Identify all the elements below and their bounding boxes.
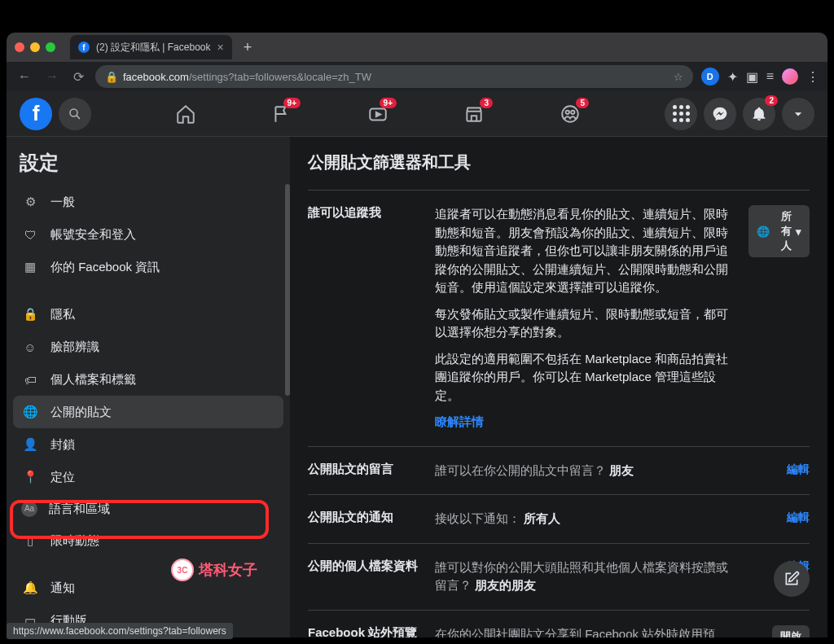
badge: 9+: [380, 98, 397, 108]
section-value: 所有人: [524, 511, 560, 525]
messenger-button[interactable]: [704, 98, 736, 130]
section-desc: 誰可以在你公開的貼文中留言？: [435, 463, 606, 477]
sidebar-item-location[interactable]: 📍定位: [13, 461, 283, 493]
section-text: 追蹤者可以在動態消息看見你的貼文、連續短片、限時動態和短音。朋友會預設為你的貼文…: [435, 205, 732, 297]
section-value: 朋友的朋友: [475, 578, 536, 592]
nav-marketplace[interactable]: 3: [429, 94, 519, 134]
watermark-icon: 3C: [171, 559, 194, 581]
audience-selector[interactable]: 🌐 所有人 ▾: [748, 205, 810, 257]
back-button[interactable]: ←: [15, 67, 34, 86]
account-button[interactable]: [782, 98, 814, 130]
extensions-icon[interactable]: ✦: [727, 69, 738, 85]
home-icon: [175, 103, 196, 125]
section-label: 公開貼文的留言: [308, 462, 419, 480]
sidebar-item-label: 隱私: [50, 307, 75, 322]
section-value: 朋友: [609, 463, 634, 477]
sidebar-item-privacy[interactable]: 🔒隱私: [13, 298, 283, 331]
cast-icon[interactable]: ▣: [746, 69, 758, 85]
page-title: 公開貼文篩選器和工具: [308, 151, 810, 173]
badge: 9+: [283, 98, 301, 108]
profile-avatar-small[interactable]: [782, 68, 798, 85]
edit-link[interactable]: 編輯: [787, 510, 810, 524]
watermark: 3C 塔科女子: [171, 559, 257, 581]
forward-button[interactable]: →: [42, 67, 62, 86]
nav-groups[interactable]: 5: [525, 94, 615, 134]
search-icon: [68, 107, 82, 121]
close-tab-icon[interactable]: ×: [217, 41, 223, 54]
lock-icon: 🔒: [21, 305, 39, 323]
sidebar-item-stories[interactable]: ▯限時動態: [13, 524, 283, 557]
compose-button[interactable]: [774, 561, 810, 597]
section-label: Facebook 站外預覽: [308, 625, 419, 638]
browser-status-bar: https://www.facebook.com/settings?tab=fo…: [7, 623, 233, 639]
nav-home[interactable]: [141, 94, 230, 134]
sidebar-item-label: 限時動態: [50, 533, 99, 549]
edit-link[interactable]: 編輯: [787, 462, 810, 475]
sidebar-item-label: 公開的貼文: [50, 405, 112, 420]
grid-icon: [673, 105, 690, 122]
shield-icon: 🛡: [21, 226, 39, 243]
edit-icon: [784, 571, 800, 587]
menu-button[interactable]: [665, 98, 697, 130]
badge: 5: [576, 98, 589, 108]
section-text: 每次發佈貼文或製作連續短片、限時動態或短音，都可以選擇你想分享的對象。: [435, 305, 732, 342]
bell-icon: 🔔: [21, 579, 39, 597]
watermark-text: 塔科女子: [199, 560, 257, 580]
bell-icon: [751, 106, 767, 122]
sidebar-item-security[interactable]: 🛡帳號安全和登入: [13, 218, 283, 251]
sidebar-item-label: 定位: [50, 470, 75, 485]
sidebar-item-language[interactable]: Aa語言和區域: [13, 493, 283, 524]
face-icon: ☺: [21, 338, 39, 356]
audience-label: 所有人: [774, 209, 792, 253]
settings-main: 公開貼文篩選器和工具 誰可以追蹤我 追蹤者可以在動態消息看見你的貼文、連續短片、…: [290, 137, 827, 637]
section-desc: 接收以下通知：: [435, 511, 520, 525]
new-tab-button[interactable]: +: [239, 39, 257, 56]
sidebar-item-label: 語言和區域: [49, 502, 110, 517]
address-bar[interactable]: 🔒 facebook.com/settings?tab=followers&lo…: [95, 65, 693, 88]
badge: 2: [765, 95, 778, 106]
window-min-icon[interactable]: [30, 42, 40, 52]
section-label: 公開貼文的通知: [308, 510, 419, 528]
search-button[interactable]: [59, 98, 91, 130]
toggle-label: 開啟: [780, 629, 801, 638]
star-icon[interactable]: ☆: [674, 71, 683, 83]
gear-icon: ⚙: [21, 193, 39, 211]
learn-more-link[interactable]: 瞭解詳情: [435, 414, 484, 428]
sidebar-item-label: 通知: [50, 580, 75, 596]
svg-point-0: [70, 109, 77, 116]
section-label: 誰可以追蹤我: [308, 205, 419, 432]
sidebar-item-blocking[interactable]: 👤封鎖: [13, 428, 283, 461]
toggle-button[interactable]: 開啟: [772, 625, 810, 638]
url-path: /settings?tab=followers&locale=zh_TW: [189, 71, 371, 83]
bookmark-list-icon[interactable]: ≡: [766, 69, 774, 84]
facebook-header: f 9+ 9+ 3 5: [7, 91, 827, 137]
window-max-icon[interactable]: [46, 42, 55, 52]
caret-down-icon: [790, 106, 806, 122]
browser-tab[interactable]: f (2) 設定和隱私 | Facebook ×: [70, 35, 232, 59]
extension-d-icon[interactable]: D: [701, 68, 719, 85]
section-label: 公開的個人檔案資料: [308, 559, 419, 595]
sidebar-item-label: 臉部辨識: [50, 340, 99, 355]
grid-icon: ▦: [21, 258, 39, 276]
chrome-menu-icon[interactable]: ⋮: [806, 69, 819, 85]
sidebar-title: 設定: [13, 150, 283, 186]
svg-point-4: [571, 110, 574, 113]
globe-icon: 🌐: [21, 403, 39, 421]
sidebar-item-face[interactable]: ☺臉部辨識: [13, 331, 283, 363]
tab-title: (2) 設定和隱私 | Facebook: [96, 41, 210, 55]
lock-icon: 🔒: [105, 71, 118, 83]
pin-icon: 📍: [21, 468, 39, 486]
sidebar-item-general[interactable]: ⚙一般: [13, 186, 283, 218]
window-close-icon[interactable]: [15, 42, 24, 52]
sidebar-item-fb-info[interactable]: ▦你的 Facebook 資訊: [13, 251, 283, 283]
nav-pages[interactable]: 9+: [237, 94, 327, 134]
sidebar-item-public-posts[interactable]: 🌐公開的貼文: [13, 396, 283, 428]
notifications-button[interactable]: 2: [743, 98, 775, 130]
sidebar-item-profile-tag[interactable]: 🏷個人檔案和標籤: [13, 363, 283, 396]
sidebar-scrollbar[interactable]: [285, 184, 290, 396]
facebook-logo-icon[interactable]: f: [20, 98, 52, 130]
nav-watch[interactable]: 9+: [333, 94, 423, 134]
url-domain: facebook.com: [123, 71, 189, 83]
reload-button[interactable]: ⟳: [70, 67, 87, 87]
messenger-icon: [712, 106, 728, 122]
